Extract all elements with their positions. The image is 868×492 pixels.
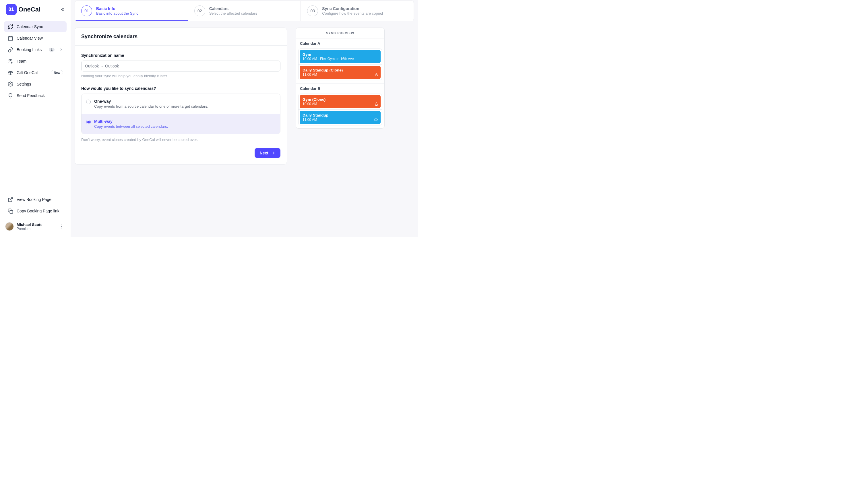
stepper: 01 Basic Info Basic info about the Sync …	[75, 1, 414, 21]
event-subtitle: 10:00 AM · Flex Gym on 16th Ave	[302, 57, 378, 61]
step-basic-info[interactable]: 01 Basic Info Basic info about the Sync	[75, 1, 188, 21]
sidebar-item-settings[interactable]: Settings	[4, 79, 67, 90]
user-menu-button[interactable]	[58, 223, 66, 230]
step-calendars[interactable]: 02 Calendars Select the affected calenda…	[188, 1, 301, 21]
svg-point-6	[61, 225, 62, 225]
sync-name-label: Synchronization name	[81, 53, 280, 58]
sync-card: Synchronize calendars Synchronization na…	[75, 28, 287, 165]
main: 01 Basic Info Basic info about the Sync …	[71, 0, 418, 237]
sidebar-item-label: Calendar Sync	[17, 24, 63, 29]
sidebar-item-feedback[interactable]: Send Feedback	[4, 90, 67, 101]
sidebar-item-calendar-sync[interactable]: Calendar Sync	[4, 21, 67, 32]
svg-point-7	[61, 226, 62, 227]
user-profile[interactable]: Michael Scott Premium	[4, 220, 67, 233]
next-button[interactable]: Next	[255, 148, 280, 158]
svg-rect-11	[375, 119, 377, 121]
sidebar-item-copy-booking-link[interactable]: Copy Booking Page link	[4, 205, 67, 217]
sidebar-item-calendar-view[interactable]: Calendar View	[4, 33, 67, 44]
preview-title: SYNC PREVIEW	[296, 28, 385, 39]
preview-event: Gym 10:00 AM · Flex Gym on 16th Ave	[300, 50, 380, 63]
sidebar-item-team[interactable]: Team	[4, 56, 67, 67]
svg-rect-5	[10, 211, 13, 213]
radio-icon	[86, 100, 91, 104]
preview-event: Daily Standup 11:00 AM	[300, 111, 380, 124]
sidebar-item-label: Team	[17, 59, 63, 64]
option-title: One-way	[94, 99, 208, 104]
calendar-icon	[7, 35, 13, 41]
avatar	[5, 222, 14, 231]
lightbulb-icon	[7, 93, 13, 98]
link-icon	[7, 47, 13, 52]
sidebar-item-label: Settings	[17, 82, 63, 87]
svg-point-8	[61, 228, 62, 228]
sync-name-input[interactable]	[81, 60, 280, 72]
more-vertical-icon	[59, 224, 64, 229]
svg-point-1	[8, 59, 10, 61]
logo[interactable]: 01 OneCal	[6, 4, 41, 15]
team-icon	[7, 58, 13, 64]
sidebar-item-label: View Booking Page	[17, 197, 63, 202]
sync-icon	[7, 24, 13, 29]
svg-rect-0	[8, 36, 13, 41]
step-title: Calendars	[209, 6, 257, 11]
video-icon	[374, 118, 378, 122]
sidebar-item-booking-links[interactable]: Booking Links 1	[4, 44, 67, 55]
sync-mode-label: How would you like to sync calendars?	[81, 86, 280, 91]
chevron-double-left-icon	[60, 7, 65, 12]
preview-event: Daily Standup (Clone) 11:00 AM	[300, 66, 380, 79]
event-title: Gym (Clone)	[302, 97, 378, 102]
logo-text: OneCal	[18, 6, 41, 13]
svg-rect-9	[375, 75, 378, 76]
nav-list: Calendar Sync Calendar View Booking Link…	[4, 21, 67, 101]
logo-badge: 01	[6, 4, 17, 15]
step-desc: Basic info about the Sync	[96, 11, 138, 16]
gear-icon	[7, 81, 13, 87]
chevron-right-icon	[59, 48, 63, 52]
copy-icon	[7, 208, 13, 214]
sidebar: 01 OneCal Calendar Sync Calendar View	[0, 0, 71, 237]
sync-mode-group: One-way Copy events from a source calend…	[81, 94, 280, 134]
radio-icon	[86, 120, 91, 124]
user-name: Michael Scott	[17, 222, 55, 227]
sidebar-item-label: Send Feedback	[17, 93, 63, 98]
sidebar-item-label: Copy Booking Page link	[17, 209, 63, 213]
step-desc: Select the affected calendars	[209, 11, 257, 16]
event-title: Gym	[302, 52, 378, 56]
preview-calendar-b: Calendar B Gym (Clone) 10:00 AM	[296, 83, 385, 128]
step-number: 01	[81, 5, 92, 16]
step-title: Sync Configuration	[322, 6, 383, 11]
event-subtitle: 10:00 AM	[302, 102, 378, 106]
radio-multi-way[interactable]: Multi-way Copy events between all select…	[81, 114, 280, 134]
lock-icon	[375, 102, 378, 106]
preview-event: Gym (Clone) 10:00 AM	[300, 95, 380, 108]
step-number: 03	[307, 5, 318, 16]
next-button-label: Next	[260, 151, 268, 155]
sidebar-item-view-booking-page[interactable]: View Booking Page	[4, 194, 67, 205]
calendar-name: Calendar B	[296, 83, 385, 94]
sync-mode-helper: Don't worry, event clones created by One…	[81, 138, 280, 142]
preview-calendar-a: Calendar A Gym 10:00 AM · Flex Gym on 16…	[296, 39, 385, 83]
option-desc: Copy events from a source calendar to on…	[94, 104, 208, 108]
option-title: Multi-way	[94, 119, 168, 124]
sync-preview: SYNC PREVIEW Calendar A Gym 10:00 AM · F…	[296, 28, 385, 129]
sidebar-item-label: Calendar View	[17, 36, 63, 41]
calendar-name: Calendar A	[296, 39, 385, 49]
step-title: Basic Info	[96, 6, 138, 11]
step-sync-config[interactable]: 03 Sync Configuration Configure how the …	[301, 1, 414, 21]
user-plan: Premium	[17, 227, 55, 231]
lock-icon	[375, 73, 378, 77]
sidebar-item-gift[interactable]: Gift OneCal New	[4, 67, 67, 78]
svg-rect-10	[375, 104, 378, 105]
booking-links-count: 1	[49, 48, 54, 52]
collapse-sidebar-button[interactable]	[58, 5, 67, 14]
gift-icon	[7, 70, 13, 75]
sidebar-item-label: Gift OneCal	[17, 70, 47, 75]
step-number: 02	[194, 5, 205, 16]
step-desc: Configure how the events are copied	[322, 11, 383, 16]
radio-one-way[interactable]: One-way Copy events from a source calend…	[81, 94, 280, 114]
sync-name-helper: Naming your sync will help you easily id…	[81, 74, 280, 78]
option-desc: Copy events between all selected calenda…	[94, 124, 168, 129]
event-subtitle: 11:00 AM	[302, 73, 378, 77]
event-title: Daily Standup	[302, 113, 378, 117]
event-subtitle: 11:00 AM	[302, 118, 378, 122]
